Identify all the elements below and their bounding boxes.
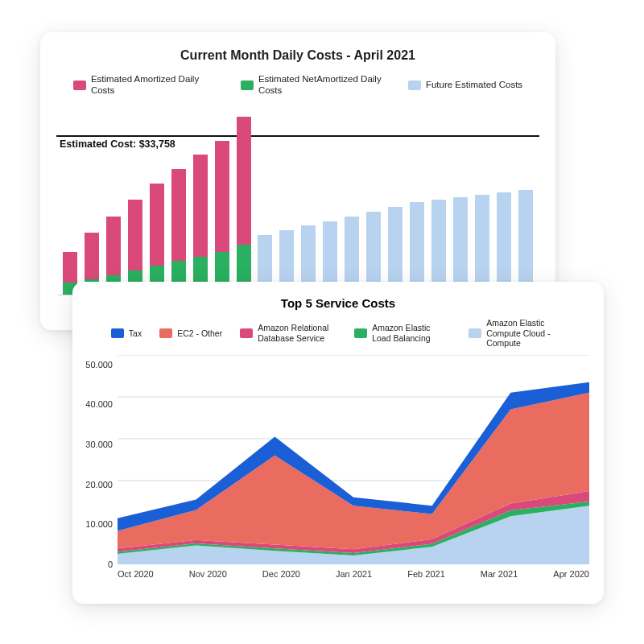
area-legend: TaxEC2 - OtherAmazon Relational Database… [72,318,604,349]
area-plot [118,355,589,564]
legend-swatch [240,328,253,338]
bar [410,202,424,295]
bar [453,197,468,294]
bar-plot: Estimated Cost: $33,758 [58,106,538,295]
area-title: Top 5 Service Costs [72,296,604,310]
y-tick-label: 20.000 [80,480,113,489]
service-costs-card: Top 5 Service Costs TaxEC2 - OtherAmazon… [72,282,604,604]
x-tick-label: Dec 2020 [262,569,300,579]
bar [431,200,446,295]
legend-label: Estimated Amortized Daily Costs [91,74,218,97]
legend-item: Estimated Amortized Daily Costs [73,74,218,97]
y-tick-label: 30.000 [80,440,113,449]
legend-swatch [111,328,124,338]
bar-legend: Estimated Amortized Daily CostsEstimated… [58,74,538,97]
x-tick-label: Jan 2021 [336,569,372,579]
legend-label: Future Estimated Costs [426,80,522,91]
legend-label: Amazon Elastic Compute Cloud - Compute [486,318,565,349]
bar [128,200,142,295]
legend-label: Tax [129,328,142,339]
legend-swatch [469,328,481,338]
legend-swatch [408,80,421,90]
legend-item: Amazon Elastic Load Balancing [354,318,451,349]
x-tick-label: Nov 2020 [189,569,227,579]
legend-swatch [354,328,367,338]
bar [171,169,186,295]
legend-item: Estimated NetAmortized Daily Costs [241,74,386,97]
x-tick-label: Apr 2020 [553,569,589,579]
y-axis: 010.00020.00030.00040.00050.000 [80,355,118,564]
legend-swatch [73,80,86,90]
bar [150,184,164,295]
chart-title: Current Month Daily Costs - April 2021 [58,48,538,63]
legend-item: Future Estimated Costs [408,74,522,97]
x-tick-label: Feb 2021 [407,569,444,579]
y-tick-label: 10.000 [80,519,113,529]
legend-swatch [159,328,172,338]
legend-item: Amazon Elastic Compute Cloud - Compute [469,318,565,349]
legend-item: Tax [111,318,142,349]
legend-item: EC2 - Other [159,318,222,349]
x-tick-label: Mar 2021 [481,569,518,579]
legend-swatch [241,80,254,90]
bar [237,117,251,294]
bar [475,195,489,294]
legend-label: Amazon Relational Database Service [258,323,336,343]
legend-item: Amazon Relational Database Service [240,318,336,349]
legend-label: Amazon Elastic Load Balancing [372,323,451,343]
legend-label: Estimated NetAmortized Daily Costs [258,74,386,97]
y-tick-label: 40.000 [80,399,113,409]
bar [497,192,511,294]
bar [518,190,533,294]
x-tick-label: Oct 2020 [118,569,154,579]
legend-label: EC2 - Other [177,328,222,339]
y-tick-label: 50.000 [80,360,113,369]
y-tick-label: 0 [80,559,113,569]
x-axis: Oct 2020Nov 2020Dec 2020Jan 2021Feb 2021… [72,564,604,579]
bar [193,155,208,294]
bar [215,141,229,295]
